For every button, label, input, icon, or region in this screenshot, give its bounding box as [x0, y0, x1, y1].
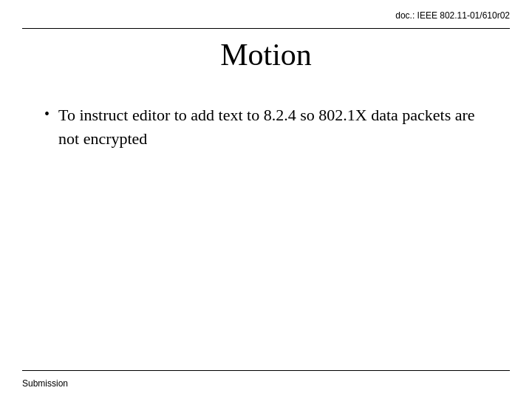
footer-label: Submission [22, 378, 68, 389]
bullet-text: To instruct editor to add text to 8.2.4 … [58, 103, 488, 151]
doc-reference: doc.: IEEE 802.11-01/610r02 [395, 10, 510, 21]
bullet-icon: • [44, 103, 50, 124]
content-area: • To instruct editor to add text to 8.2.… [44, 103, 488, 163]
top-divider [22, 28, 510, 29]
list-item: • To instruct editor to add text to 8.2.… [44, 103, 488, 151]
slide-container: doc.: IEEE 802.11-01/610r02 Motion • To … [0, 0, 532, 399]
bottom-divider [22, 370, 510, 371]
slide-title: Motion [0, 37, 532, 72]
